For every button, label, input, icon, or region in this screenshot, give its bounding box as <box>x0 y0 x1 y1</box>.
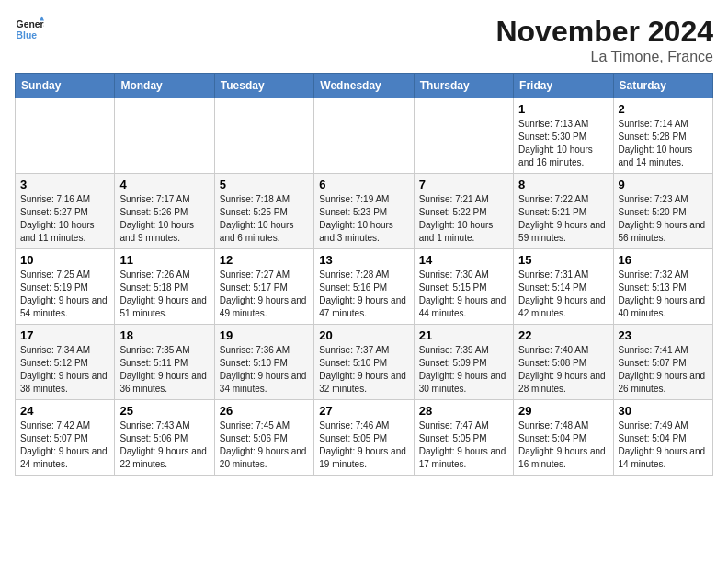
day-info: Sunrise: 7:28 AM Sunset: 5:16 PM Dayligh… <box>319 269 408 320</box>
day-number: 26 <box>220 404 309 418</box>
weekday-header-monday: Monday <box>115 74 214 98</box>
day-info: Sunrise: 7:46 AM Sunset: 5:05 PM Dayligh… <box>319 419 408 471</box>
day-info: Sunrise: 7:18 AM Sunset: 5:25 PM Dayligh… <box>220 193 309 245</box>
weekday-header-friday: Friday <box>514 74 613 98</box>
day-number: 6 <box>319 178 408 191</box>
calendar-cell <box>16 98 115 174</box>
day-number: 20 <box>319 328 408 342</box>
calendar-cell: 17Sunrise: 7:34 AM Sunset: 5:12 PM Dayli… <box>16 325 115 400</box>
day-info: Sunrise: 7:22 AM Sunset: 5:21 PM Dayligh… <box>518 193 608 245</box>
calendar-cell: 16Sunrise: 7:32 AM Sunset: 5:13 PM Dayli… <box>613 249 712 325</box>
day-info: Sunrise: 7:41 AM Sunset: 5:07 PM Dayligh… <box>619 344 708 396</box>
day-number: 15 <box>518 253 608 267</box>
day-number: 18 <box>119 328 209 342</box>
svg-text:Blue: Blue <box>17 30 38 40</box>
calendar-table: SundayMondayTuesdayWednesdayThursdayFrid… <box>15 73 713 476</box>
day-info: Sunrise: 7:35 AM Sunset: 5:11 PM Dayligh… <box>119 344 209 396</box>
day-number: 7 <box>419 178 508 191</box>
day-info: Sunrise: 7:16 AM Sunset: 5:27 PM Dayligh… <box>20 193 109 245</box>
day-number: 4 <box>119 178 209 191</box>
svg-text:General: General <box>17 19 44 29</box>
day-info: Sunrise: 7:40 AM Sunset: 5:08 PM Dayligh… <box>518 344 608 396</box>
calendar-cell <box>214 98 313 174</box>
location: La Timone, France <box>495 49 713 65</box>
day-number: 12 <box>220 253 309 267</box>
logo-icon: General Blue <box>15 15 44 44</box>
calendar-cell: 28Sunrise: 7:47 AM Sunset: 5:05 PM Dayli… <box>414 400 513 476</box>
day-number: 11 <box>119 253 209 267</box>
day-number: 8 <box>518 178 608 191</box>
day-number: 25 <box>119 404 209 418</box>
day-number: 17 <box>20 328 109 342</box>
day-number: 1 <box>518 102 608 116</box>
calendar-cell: 25Sunrise: 7:43 AM Sunset: 5:06 PM Dayli… <box>115 400 214 476</box>
calendar-cell: 15Sunrise: 7:31 AM Sunset: 5:14 PM Dayli… <box>514 249 613 325</box>
day-info: Sunrise: 7:14 AM Sunset: 5:28 PM Dayligh… <box>619 118 708 169</box>
calendar-cell: 6Sunrise: 7:19 AM Sunset: 5:23 PM Daylig… <box>314 174 414 249</box>
day-number: 9 <box>619 178 708 191</box>
calendar-cell <box>115 98 214 174</box>
day-number: 24 <box>20 404 109 418</box>
day-number: 13 <box>319 253 408 267</box>
day-number: 29 <box>518 404 608 418</box>
svg-marker-2 <box>40 17 44 21</box>
day-info: Sunrise: 7:43 AM Sunset: 5:06 PM Dayligh… <box>119 419 209 471</box>
calendar-cell: 20Sunrise: 7:37 AM Sunset: 5:10 PM Dayli… <box>314 325 414 400</box>
calendar-cell: 5Sunrise: 7:18 AM Sunset: 5:25 PM Daylig… <box>214 174 313 249</box>
day-info: Sunrise: 7:19 AM Sunset: 5:23 PM Dayligh… <box>319 193 408 245</box>
calendar-cell: 14Sunrise: 7:30 AM Sunset: 5:15 PM Dayli… <box>414 249 513 325</box>
weekday-header-sunday: Sunday <box>16 74 115 98</box>
day-info: Sunrise: 7:48 AM Sunset: 5:04 PM Dayligh… <box>518 419 608 471</box>
title-block: November 2024 La Timone, France <box>495 15 713 65</box>
weekday-header-tuesday: Tuesday <box>214 74 313 98</box>
calendar-cell: 4Sunrise: 7:17 AM Sunset: 5:26 PM Daylig… <box>115 174 214 249</box>
day-info: Sunrise: 7:25 AM Sunset: 5:19 PM Dayligh… <box>20 269 109 320</box>
calendar-cell: 30Sunrise: 7:49 AM Sunset: 5:04 PM Dayli… <box>613 400 712 476</box>
calendar-week-row: 1Sunrise: 7:13 AM Sunset: 5:30 PM Daylig… <box>16 98 713 174</box>
calendar-cell: 22Sunrise: 7:40 AM Sunset: 5:08 PM Dayli… <box>514 325 613 400</box>
calendar-week-row: 24Sunrise: 7:42 AM Sunset: 5:07 PM Dayli… <box>16 400 713 476</box>
day-info: Sunrise: 7:37 AM Sunset: 5:10 PM Dayligh… <box>319 344 408 396</box>
page-header: General Blue November 2024 La Timone, Fr… <box>15 15 713 65</box>
calendar-cell: 18Sunrise: 7:35 AM Sunset: 5:11 PM Dayli… <box>115 325 214 400</box>
day-info: Sunrise: 7:47 AM Sunset: 5:05 PM Dayligh… <box>419 419 508 471</box>
day-info: Sunrise: 7:49 AM Sunset: 5:04 PM Dayligh… <box>619 419 708 471</box>
day-info: Sunrise: 7:42 AM Sunset: 5:07 PM Dayligh… <box>20 419 109 471</box>
calendar-cell <box>314 98 414 174</box>
day-info: Sunrise: 7:32 AM Sunset: 5:13 PM Dayligh… <box>619 269 708 320</box>
calendar-cell: 29Sunrise: 7:48 AM Sunset: 5:04 PM Dayli… <box>514 400 613 476</box>
day-info: Sunrise: 7:21 AM Sunset: 5:22 PM Dayligh… <box>419 193 508 245</box>
day-number: 16 <box>619 253 708 267</box>
calendar-week-row: 17Sunrise: 7:34 AM Sunset: 5:12 PM Dayli… <box>16 325 713 400</box>
calendar-cell: 26Sunrise: 7:45 AM Sunset: 5:06 PM Dayli… <box>214 400 313 476</box>
day-number: 10 <box>20 253 109 267</box>
calendar-cell <box>414 98 513 174</box>
calendar-cell: 27Sunrise: 7:46 AM Sunset: 5:05 PM Dayli… <box>314 400 414 476</box>
calendar-body: 1Sunrise: 7:13 AM Sunset: 5:30 PM Daylig… <box>16 98 713 476</box>
calendar-cell: 1Sunrise: 7:13 AM Sunset: 5:30 PM Daylig… <box>514 98 613 174</box>
calendar-cell: 3Sunrise: 7:16 AM Sunset: 5:27 PM Daylig… <box>16 174 115 249</box>
calendar-cell: 9Sunrise: 7:23 AM Sunset: 5:20 PM Daylig… <box>613 174 712 249</box>
logo: General Blue <box>15 15 44 44</box>
calendar-cell: 2Sunrise: 7:14 AM Sunset: 5:28 PM Daylig… <box>613 98 712 174</box>
day-number: 19 <box>220 328 309 342</box>
day-number: 14 <box>419 253 508 267</box>
day-info: Sunrise: 7:30 AM Sunset: 5:15 PM Dayligh… <box>419 269 508 320</box>
day-number: 3 <box>20 178 109 191</box>
calendar-cell: 7Sunrise: 7:21 AM Sunset: 5:22 PM Daylig… <box>414 174 513 249</box>
day-number: 21 <box>419 328 508 342</box>
day-info: Sunrise: 7:39 AM Sunset: 5:09 PM Dayligh… <box>419 344 508 396</box>
calendar-week-row: 10Sunrise: 7:25 AM Sunset: 5:19 PM Dayli… <box>16 249 713 325</box>
day-number: 5 <box>220 178 309 191</box>
day-info: Sunrise: 7:36 AM Sunset: 5:10 PM Dayligh… <box>220 344 309 396</box>
calendar-cell: 13Sunrise: 7:28 AM Sunset: 5:16 PM Dayli… <box>314 249 414 325</box>
day-info: Sunrise: 7:23 AM Sunset: 5:20 PM Dayligh… <box>619 193 708 245</box>
calendar-cell: 11Sunrise: 7:26 AM Sunset: 5:18 PM Dayli… <box>115 249 214 325</box>
day-info: Sunrise: 7:34 AM Sunset: 5:12 PM Dayligh… <box>20 344 109 396</box>
day-number: 23 <box>619 328 708 342</box>
calendar-cell: 23Sunrise: 7:41 AM Sunset: 5:07 PM Dayli… <box>613 325 712 400</box>
weekday-header-row: SundayMondayTuesdayWednesdayThursdayFrid… <box>16 74 713 98</box>
day-info: Sunrise: 7:45 AM Sunset: 5:06 PM Dayligh… <box>220 419 309 471</box>
day-info: Sunrise: 7:31 AM Sunset: 5:14 PM Dayligh… <box>518 269 608 320</box>
day-number: 2 <box>619 102 708 116</box>
